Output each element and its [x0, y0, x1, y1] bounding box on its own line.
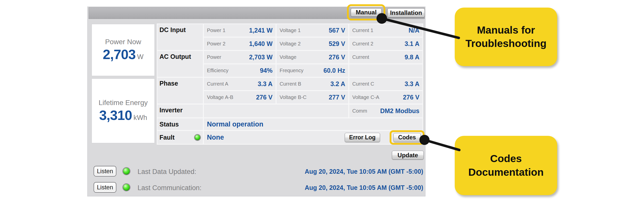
status-value-text: Normal operation — [207, 120, 263, 128]
fault-header-label: Fault — [159, 134, 175, 141]
cell-label: Current 2 — [352, 41, 373, 47]
cell-value: 529 V — [329, 40, 345, 47]
cell-dc-voltage1: Voltage 1 567 V — [277, 24, 348, 37]
cell-value: 3.1 A — [405, 40, 419, 47]
lifetime-energy-value: 3,310 — [99, 107, 132, 123]
lifetime-energy-label: Lifetime Energy — [99, 99, 148, 107]
cell-label: Current A — [207, 81, 228, 87]
cell-value: 276 V — [256, 94, 273, 101]
cell-label: Voltage B-C — [280, 94, 307, 100]
cell-label: Power 1 — [207, 28, 225, 33]
cell-value: 60.0 Hz — [324, 67, 345, 74]
cell-phase-voltage-ab: Voltage A-B 276 V — [204, 91, 276, 104]
cell-inverter-empty — [204, 105, 348, 117]
callout-text-line: Troubleshooting — [465, 37, 546, 50]
cell-value: 276 V — [329, 54, 345, 61]
section-header-fault: Fault — [157, 131, 203, 144]
callout-text-line: Documentation — [468, 166, 544, 179]
cell-value: 3.3 A — [405, 80, 419, 88]
last-data-updated-value: Aug 20, 2024, Tue 10:05 AM (GMT -5:00) — [305, 168, 423, 175]
cell-dc-current2: Current 2 3.1 A — [349, 38, 422, 50]
last-communication-value: Aug 20, 2024, Tue 10:05 AM (GMT -5:00) — [305, 184, 423, 191]
cell-dc-voltage2: Voltage 2 529 V — [277, 38, 348, 50]
installation-button[interactable]: Installation — [387, 8, 425, 17]
update-button[interactable]: Update — [392, 151, 424, 160]
manual-highlight-ring: Manual — [347, 4, 385, 20]
cell-value: DM2 Modbus — [380, 107, 419, 115]
cell-label: Current 1 — [352, 28, 373, 33]
cell-value: 94% — [260, 67, 273, 74]
cell-label: Voltage 1 — [280, 28, 301, 33]
cell-label: Current B — [280, 81, 301, 87]
cell-ac-current: Current 9.8 A — [349, 51, 422, 63]
cell-value: 1,640 W — [249, 40, 273, 47]
section-header-dc-input: DC Input — [157, 24, 203, 50]
power-now-label: Power Now — [105, 38, 141, 46]
cell-ac-voltage: Voltage 276 V — [277, 51, 348, 63]
last-data-updated-row: Listen Last Data Updated: Aug 20, 2024, … — [88, 166, 426, 177]
connector-line-codes — [424, 140, 459, 150]
cell-fault-value: None Error Log Codes — [204, 131, 422, 144]
power-now-unit: W — [137, 53, 143, 61]
cell-value: 3.3 A — [258, 80, 273, 88]
inverter-monitor-screenshot: Manual Installation Power Now 2,703 W Li… — [0, 0, 644, 204]
cell-inverter-comm: Comm DM2 Modbus — [349, 105, 422, 117]
cell-label: Voltage 2 — [280, 41, 301, 47]
cell-value: N/A — [409, 27, 419, 34]
cell-dc-power2: Power 2 1,640 W — [204, 38, 276, 50]
error-log-button[interactable]: Error Log — [345, 133, 380, 142]
cell-phase-voltage-ca: Voltage C-A 276 V — [349, 91, 422, 104]
cell-value: 9.8 A — [405, 54, 419, 61]
callout-codes-documentation: Codes Documentation — [455, 136, 557, 195]
cell-phase-current-a: Current A 3.3 A — [204, 78, 276, 90]
last-communication-label: Last Communication: — [138, 184, 202, 192]
fault-ok-led-icon — [194, 134, 201, 141]
cell-value: 276 V — [403, 94, 419, 101]
cell-phase-current-c: Current C 3.3 A — [349, 78, 422, 90]
cell-value: 3.2 A — [330, 80, 345, 88]
codes-button[interactable]: Codes — [393, 133, 421, 142]
section-header-ac-output: AC Output — [157, 51, 203, 77]
cell-label: Power — [207, 54, 221, 60]
telemetry-table: DC Input Power 1 1,241 W Voltage 1 567 V… — [157, 23, 423, 145]
manual-button[interactable]: Manual — [351, 8, 382, 17]
cell-label: Power 2 — [207, 41, 225, 47]
listen-button-data-updated[interactable]: Listen — [94, 166, 116, 176]
fault-value-text: None — [207, 134, 224, 141]
cell-phase-voltage-bc: Voltage B-C 277 V — [277, 91, 348, 104]
last-data-updated-label: Last Data Updated: — [138, 168, 196, 176]
cell-dc-current1: Current 1 N/A — [349, 24, 422, 37]
cell-empty — [349, 64, 422, 77]
callout-text-line: Codes — [490, 152, 522, 165]
inverter-status-panel: Manual Installation Power Now 2,703 W Li… — [87, 7, 425, 196]
cell-dc-power1: Power 1 1,241 W — [204, 24, 276, 37]
cell-phase-current-b: Current B 3.2 A — [277, 78, 348, 90]
cell-value: 1,241 W — [249, 27, 273, 34]
cell-label: Efficiency — [207, 68, 228, 73]
listen-button-communication[interactable]: Listen — [94, 182, 116, 193]
cell-label: Current — [352, 54, 369, 60]
cell-label: Current C — [352, 81, 374, 87]
callout-manuals-for-troubleshooting: Manuals for Troubleshooting — [455, 8, 557, 66]
cell-label: Voltage A-B — [207, 94, 233, 100]
power-now-value: 2,703 — [103, 46, 136, 62]
cell-value: 567 V — [329, 27, 345, 34]
cell-label: Frequency — [280, 68, 304, 73]
cell-ac-efficiency: Efficiency 94% — [204, 64, 276, 77]
section-header-inverter: Inverter — [157, 105, 203, 117]
cell-ac-frequency: Frequency 60.0 Hz — [277, 64, 348, 77]
cell-label: Comm — [352, 108, 367, 114]
communication-led-icon — [122, 183, 130, 191]
lifetime-energy-unit: kWh — [133, 114, 147, 122]
cell-value: 277 V — [329, 94, 345, 101]
last-communication-row: Listen Last Communication: Aug 20, 2024,… — [88, 182, 426, 194]
cell-ac-power: Power 2,703 W — [204, 51, 276, 63]
cell-value: 2,703 W — [249, 54, 273, 61]
power-now-card: Power Now 2,703 W — [92, 24, 155, 76]
section-header-phase: Phase — [157, 78, 203, 104]
cell-status-value: Normal operation — [204, 118, 422, 130]
section-header-status: Status — [157, 118, 203, 130]
cell-label: Voltage C-A — [352, 94, 379, 100]
cell-label: Voltage — [280, 54, 297, 60]
lifetime-energy-card: Lifetime Energy 3,310 kWh — [92, 79, 155, 143]
